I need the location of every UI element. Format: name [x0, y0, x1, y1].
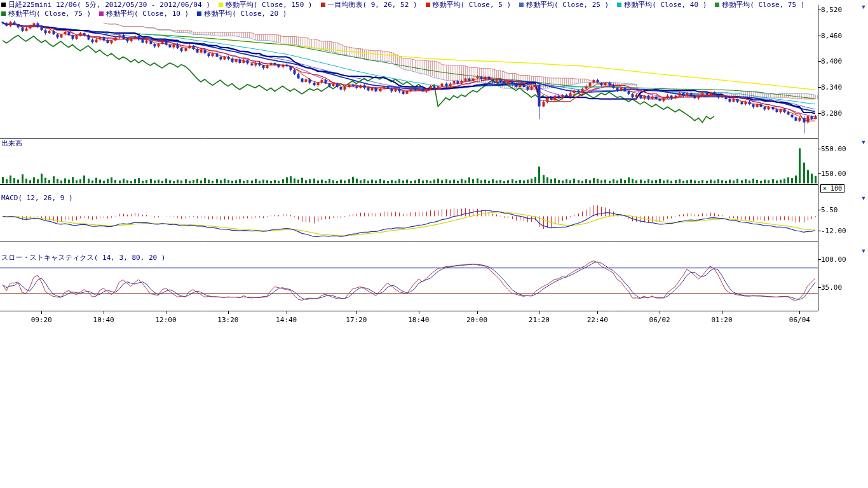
- legend-item: 移動平均( Close, 20 ): [197, 10, 287, 18]
- x-axis-label: 21:20: [529, 316, 550, 324]
- legend-item-label: 移動平均( Close, 20 ): [204, 10, 287, 18]
- legend-row: 日経225mini 12/06( 5分, 2012/05/30 - 2012/0…: [1, 1, 804, 9]
- y-axis-label: 35.00: [821, 283, 842, 292]
- y-axis-label: 150.00: [821, 170, 846, 178]
- y-axis-label: -12.00: [821, 227, 846, 235]
- x-axis-label: 06/04: [789, 316, 810, 324]
- legend-marker-icon: [219, 3, 223, 7]
- stoch-panel-label: スロー・ストキャスティクス( 14, 3, 80, 20 ): [1, 253, 165, 262]
- x-axis-label: 20:00: [466, 316, 487, 324]
- legend-item-label: 移動平均( Close, 5 ): [433, 1, 511, 9]
- legend-marker-icon: [519, 3, 524, 7]
- legend-item-label: 移動平均( Close, 25 ): [526, 1, 609, 9]
- chart-window: 日経225mini 12/06( 5分, 2012/05/30 - 2012/0…: [0, 0, 868, 488]
- legend-marker-icon: [715, 3, 719, 7]
- legend-item-label: 日経225mini 12/06( 5分, 2012/05/30 - 2012/0…: [8, 1, 210, 9]
- y-axis-label: 8,520: [821, 6, 842, 14]
- legend-item-label: 移動平均( Close, 10 ): [106, 10, 189, 18]
- panel-scroll-down-button[interactable]: ▼: [859, 248, 868, 255]
- legend-item-label: 一目均衡表( 9, 26, 52 ): [328, 1, 417, 9]
- legend-marker-icon: [99, 11, 104, 16]
- x-axis-label: 01:20: [711, 316, 732, 324]
- legend-item: 移動平均( Close, 150 ): [219, 1, 313, 9]
- y-axis-label: 8,280: [821, 109, 842, 118]
- volume-panel-label: 出来高: [1, 139, 22, 148]
- legend-item: 移動平均( Close, 25 ): [519, 1, 609, 9]
- x-axis-label: 18:40: [408, 316, 429, 324]
- legend-item: 移動平均( Close, 10 ): [99, 10, 189, 18]
- x-axis-label: 13:20: [217, 316, 238, 324]
- x-axis-label: 17:20: [346, 316, 367, 324]
- x-axis-label: 22:40: [587, 316, 608, 324]
- legend-item: 移動平均( Close, 75 ): [715, 1, 804, 9]
- x-axis-label: 12:00: [155, 316, 176, 324]
- legend-item: 移動平均( Close, 5 ): [426, 1, 511, 9]
- macd-panel-label: MACD( 12, 26, 9 ): [1, 194, 73, 202]
- x-axis-label: 14:40: [276, 316, 297, 324]
- legend-marker-icon: [1, 11, 6, 16]
- legend-row: 移動平均( Close, 75 )移動平均( Close, 10 )移動平均( …: [1, 10, 287, 18]
- legend-item-label: 移動平均( Close, 75 ): [8, 10, 91, 18]
- legend-item: 一目均衡表( 9, 26, 52 ): [321, 1, 417, 9]
- legend-item-label: 移動平均( Close, 40 ): [624, 1, 707, 9]
- x-axis-label: 06/02: [649, 316, 670, 324]
- volume-scale-badge: × 100: [820, 184, 844, 193]
- panel-scroll-down-button[interactable]: ▼: [859, 4, 868, 11]
- legend-marker-icon: [617, 3, 621, 7]
- y-axis-label: 550.00: [821, 145, 846, 153]
- legend-item: 日経225mini 12/06( 5分, 2012/05/30 - 2012/0…: [1, 1, 210, 9]
- legend-marker-icon: [1, 3, 6, 7]
- x-axis-label: 10:40: [93, 316, 114, 324]
- y-axis-label: 5.50: [821, 206, 838, 214]
- legend-item-label: 移動平均( Close, 150 ): [226, 1, 313, 9]
- panel-scroll-down-button[interactable]: ▼: [859, 139, 868, 146]
- x-axis-label: 09:20: [31, 316, 52, 324]
- legend-item-label: 移動平均( Close, 75 ): [722, 1, 804, 9]
- legend-marker-icon: [321, 3, 325, 7]
- chart-canvas: [0, 0, 868, 325]
- y-axis-label: 8,400: [821, 57, 842, 65]
- legend-marker-icon: [426, 3, 430, 7]
- y-axis-label: 100.00: [821, 255, 846, 264]
- legend-marker-icon: [197, 11, 201, 16]
- y-axis-label: 8,340: [821, 83, 842, 92]
- legend-item: 移動平均( Close, 40 ): [617, 1, 707, 9]
- legend-item: 移動平均( Close, 75 ): [1, 10, 91, 18]
- y-axis-label: 8,460: [821, 32, 842, 40]
- panel-scroll-down-button[interactable]: ▼: [859, 195, 868, 202]
